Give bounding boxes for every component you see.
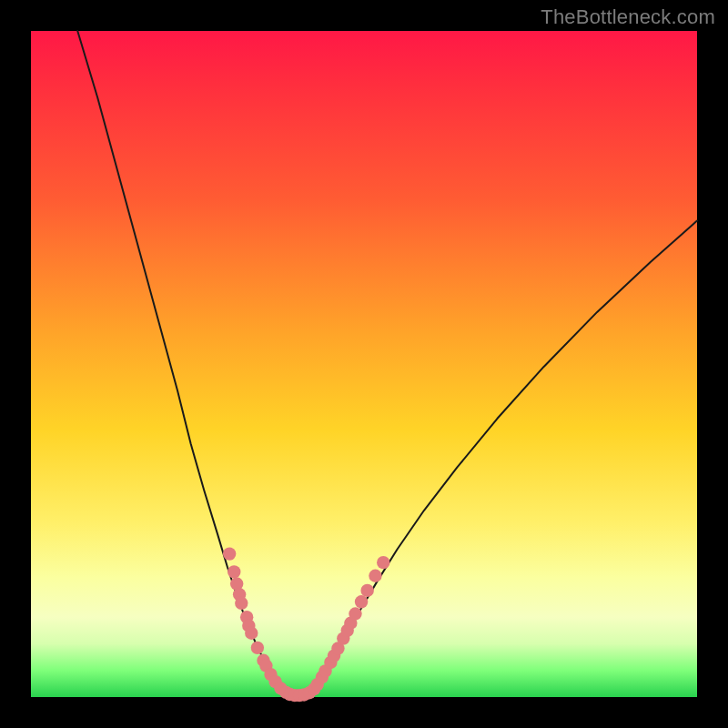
dot-marker [223,547,236,560]
dot-marker [245,627,258,640]
chart-svg [31,31,697,697]
dot-marker [251,642,264,654]
series-curve-left [77,31,286,694]
dot-markers [223,547,389,702]
dot-marker [360,584,373,597]
dot-marker [377,556,389,569]
chart-frame: TheBottleneck.com [0,0,728,728]
dot-marker [228,565,240,578]
dot-marker [369,570,381,582]
dot-marker [235,597,248,610]
series-curve-right [308,221,697,694]
dot-marker [349,607,361,620]
dot-marker [355,595,368,608]
plot-area [31,31,697,697]
curve-lines [77,31,697,696]
watermark-text: TheBottleneck.com [541,5,715,29]
